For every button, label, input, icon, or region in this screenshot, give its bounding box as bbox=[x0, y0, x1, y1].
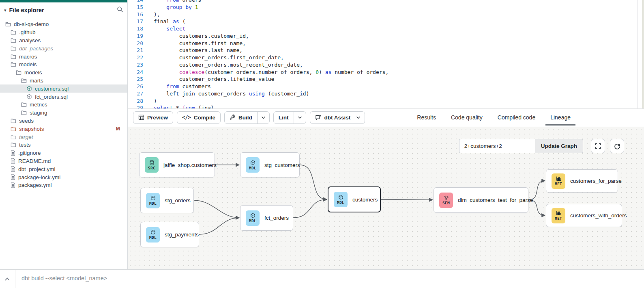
code-line-19: 19 customers.customer_id, bbox=[128, 32, 644, 40]
button-label: Compile bbox=[194, 115, 215, 121]
tab-lineage[interactable]: Lineage bbox=[550, 109, 571, 126]
code-line-29: 29select * from final bbox=[128, 104, 644, 109]
folder-icon bbox=[11, 126, 16, 132]
code-line-21: 21 customers.last_name, bbox=[128, 47, 644, 54]
tree-item-label: db-sl-qs-demo bbox=[14, 21, 49, 27]
tree-item-staging[interactable]: staging bbox=[0, 109, 127, 117]
result-tabs: ResultsCode qualityCompiled codeLineage bbox=[417, 109, 571, 126]
tree-item-target[interactable]: target bbox=[0, 133, 127, 141]
search-icon[interactable] bbox=[117, 6, 123, 14]
line-number: 23 bbox=[128, 61, 143, 69]
preview-button[interactable]: Preview bbox=[133, 111, 173, 124]
collapse-panel-icon[interactable] bbox=[4, 275, 10, 283]
folder-icon bbox=[11, 142, 16, 147]
tree-item-label: .gitignore bbox=[18, 150, 41, 156]
model-icon bbox=[26, 94, 32, 100]
tree-item-fct-orders-sql[interactable]: fct_orders.sql bbox=[0, 93, 127, 101]
line-number: 14 bbox=[128, 0, 143, 4]
toolbar-buttons: Preview</>CompileBuildLintdbt Assist bbox=[133, 111, 365, 124]
lineage-node-jaffle-shop-customers[interactable]: SRCjaffle_shop.customers bbox=[139, 152, 215, 178]
tree-item-tests[interactable]: tests bbox=[0, 141, 127, 149]
lineage-node-stg-payments[interactable]: MDLstg_payments bbox=[140, 222, 199, 247]
tree-item-label: package-lock.yml bbox=[18, 174, 60, 180]
node-label: stg_orders bbox=[165, 197, 191, 204]
button-label: dbt Assist bbox=[324, 115, 351, 121]
folder-open-icon bbox=[21, 78, 27, 83]
code-line-26: 26 from customers bbox=[128, 83, 644, 90]
lineage-node-customers-with-orders[interactable]: METcustomers_with_orders bbox=[546, 204, 622, 227]
compile-button[interactable]: </>Compile bbox=[177, 111, 221, 124]
tab-code-quality[interactable]: Code quality bbox=[451, 109, 483, 126]
refresh-button[interactable] bbox=[610, 139, 624, 153]
tree-item-label: target bbox=[19, 134, 33, 140]
line-number: 27 bbox=[128, 90, 143, 97]
tree-item-macros[interactable]: macros bbox=[0, 52, 127, 61]
lineage-selector-input[interactable] bbox=[459, 139, 535, 153]
tree-item-label: tests bbox=[19, 142, 31, 148]
tree-item--github[interactable]: .github bbox=[0, 28, 127, 37]
tree-item-customers-sql[interactable]: customers.sql bbox=[0, 84, 127, 93]
chevron-down-icon[interactable]: ▾ bbox=[4, 8, 6, 13]
chevron-down-icon[interactable] bbox=[355, 112, 365, 123]
tree-item-dbt-packages[interactable]: dbt_packages bbox=[0, 44, 127, 52]
file-icon bbox=[11, 174, 15, 180]
dbt-assist-button[interactable]: dbt Assist bbox=[310, 111, 365, 124]
code-line-16: 16), bbox=[128, 11, 644, 18]
line-number: 18 bbox=[128, 25, 143, 32]
tree-item-metrics[interactable]: metrics bbox=[0, 101, 127, 109]
code-line-22: 22 customer_orders.first_order_date, bbox=[128, 54, 644, 61]
folder-icon bbox=[11, 54, 16, 59]
tree-item-db-sl-qs-demo[interactable]: db-sl-qs-demo bbox=[0, 20, 127, 28]
lineage-edge bbox=[300, 165, 327, 199]
lineage-edge bbox=[293, 199, 327, 218]
lineage-node-stg-orders[interactable]: MDLstg_orders bbox=[140, 188, 194, 213]
tree-item--gitignore[interactable]: .gitignore bbox=[0, 149, 127, 157]
tree-item-package-lock-yml[interactable]: package-lock.yml bbox=[0, 173, 127, 181]
model-icon bbox=[26, 86, 32, 91]
tree-item-seeds[interactable]: seeds bbox=[0, 117, 127, 125]
tab-results[interactable]: Results bbox=[417, 109, 436, 126]
table-icon bbox=[138, 115, 144, 120]
tree-item-analyses[interactable]: analyses bbox=[0, 37, 127, 45]
file-tree: db-sl-qs-demo.githubanalysesdbt_packages… bbox=[0, 20, 127, 189]
tree-item-label: dbt_packages bbox=[19, 45, 53, 52]
folder-icon bbox=[11, 118, 16, 123]
code-line-18: 18 select bbox=[128, 25, 644, 32]
update-graph-button[interactable]: Update Graph bbox=[535, 139, 583, 153]
tree-item-packages-yml[interactable]: packages.yml bbox=[0, 181, 127, 189]
lineage-node-fct-orders[interactable]: MDLfct_orders bbox=[240, 205, 293, 231]
fullscreen-button[interactable] bbox=[591, 139, 605, 153]
chevron-down-icon[interactable] bbox=[257, 112, 269, 123]
metric-badge-icon: MET bbox=[552, 173, 565, 189]
tree-item-snapshots[interactable]: snapshotsM bbox=[0, 125, 127, 133]
tree-item-marts[interactable]: marts bbox=[0, 77, 127, 85]
lineage-node-customers[interactable]: MDLcustomers bbox=[328, 186, 381, 212]
line-number: 16 bbox=[128, 11, 143, 18]
build-button[interactable]: Build bbox=[224, 111, 270, 124]
lineage-node-customers-for-parse[interactable]: METcustomers_for_parse bbox=[546, 169, 618, 193]
tree-item-dbt-project-yml[interactable]: dbt_project.yml bbox=[0, 165, 127, 173]
tree-item-readme-md[interactable]: README.md bbox=[0, 157, 127, 165]
file-icon bbox=[11, 182, 15, 188]
lineage-node-stg-customers[interactable]: MDLstg_customers bbox=[240, 152, 300, 178]
lint-button[interactable]: Lint bbox=[273, 111, 306, 124]
file-explorer-header: ▾ File explorer bbox=[4, 6, 123, 15]
code-line-14: 14 from orders bbox=[128, 0, 644, 4]
node-label: customers bbox=[352, 197, 378, 203]
cube-badge-icon: MDL bbox=[246, 157, 260, 173]
code-line-20: 20 customers.first_name, bbox=[128, 40, 644, 47]
chevron-down-icon[interactable] bbox=[294, 112, 306, 123]
modified-badge: M bbox=[116, 126, 120, 132]
node-label: customers_with_orders bbox=[570, 212, 627, 219]
tab-compiled-code[interactable]: Compiled code bbox=[498, 109, 535, 126]
tree-item-label: packages.yml bbox=[18, 182, 52, 188]
tree-item-models[interactable]: models bbox=[0, 69, 127, 77]
semantic-badge-icon: SEM bbox=[439, 193, 453, 208]
lineage-node-dim-customers-test-for-parse[interactable]: SEMdim_customers_test_for_parse bbox=[434, 187, 528, 213]
file-icon bbox=[11, 150, 15, 156]
line-number: 24 bbox=[128, 69, 143, 76]
tree-item-label: dbt_project.yml bbox=[18, 166, 56, 172]
code-editor[interactable]: 14 from orders15 group by 116),17final a… bbox=[128, 0, 644, 109]
tree-item-models[interactable]: models bbox=[0, 61, 127, 69]
command-input[interactable]: dbt build --select <model_name> bbox=[21, 275, 107, 282]
